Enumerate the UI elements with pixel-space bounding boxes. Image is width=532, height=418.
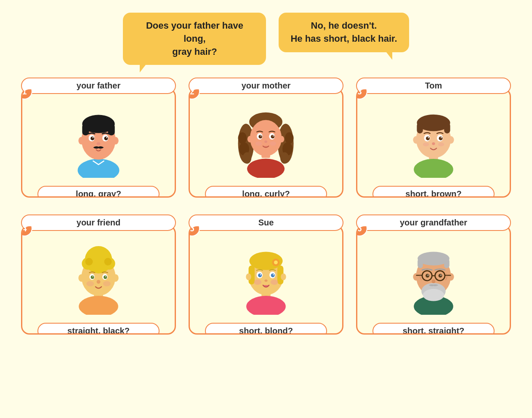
svg-point-84 xyxy=(274,260,278,264)
bubbles-row: Does your father have long,gray hair? No… xyxy=(13,8,519,65)
svg-point-91 xyxy=(260,274,261,276)
svg-point-92 xyxy=(273,274,274,276)
svg-point-54 xyxy=(438,142,444,146)
svg-point-36 xyxy=(255,141,262,145)
card-6-outer: your grandfather 6 xyxy=(356,214,511,341)
card-6-image xyxy=(357,226,510,323)
svg-point-63 xyxy=(93,248,103,258)
svg-point-94 xyxy=(254,279,261,285)
svg-point-19 xyxy=(243,152,252,163)
svg-point-7 xyxy=(112,137,118,145)
svg-point-111 xyxy=(426,274,429,278)
svg-point-112 xyxy=(439,274,442,278)
svg-point-10 xyxy=(90,137,94,140)
svg-rect-100 xyxy=(418,259,423,268)
svg-point-78 xyxy=(246,296,286,315)
card-1-outer: your father 1 xyxy=(21,78,176,204)
svg-rect-5 xyxy=(108,124,115,135)
svg-point-86 xyxy=(281,273,286,280)
svg-point-44 xyxy=(413,136,419,144)
card-3-label-top: Tom xyxy=(356,78,511,94)
svg-point-13 xyxy=(106,137,107,138)
card-1-image xyxy=(22,89,175,186)
svg-point-70 xyxy=(91,276,94,279)
card-2-outer: your mother 2 xyxy=(189,78,343,204)
card-1-label-top: your father xyxy=(21,78,176,94)
svg-rect-4 xyxy=(82,124,89,135)
svg-point-75 xyxy=(86,281,94,287)
card-5-label-bottom: short, blond? xyxy=(205,323,327,335)
question-bubble: Does your father have long,gray hair? xyxy=(123,13,266,65)
card-2: 2 xyxy=(189,88,343,198)
card-5-image xyxy=(190,226,342,323)
svg-point-14 xyxy=(97,142,101,145)
svg-point-66 xyxy=(78,274,84,282)
svg-point-11 xyxy=(104,137,108,140)
svg-point-12 xyxy=(93,137,94,138)
card-4: 4 xyxy=(21,225,176,335)
card-3-label-bottom: short, brown? xyxy=(372,186,495,198)
svg-point-34 xyxy=(273,135,274,137)
card-2-image xyxy=(190,89,342,186)
card-3-image xyxy=(357,89,510,186)
card-1-label-bottom: long, gray? xyxy=(37,186,160,198)
card-6-label-bottom: short, straight? xyxy=(372,323,495,335)
svg-point-37 xyxy=(270,141,276,145)
svg-point-67 xyxy=(112,274,118,282)
card-4-label-bottom: straight, black? xyxy=(37,323,160,335)
svg-point-28 xyxy=(279,136,285,142)
svg-point-104 xyxy=(413,273,419,281)
card-5: 5 xyxy=(189,225,343,335)
svg-point-27 xyxy=(247,136,253,142)
answer-text: No, he doesn't.He has short, black hair. xyxy=(290,20,397,44)
svg-point-48 xyxy=(426,137,430,140)
card-2-label-top: your mother xyxy=(189,78,343,94)
svg-point-89 xyxy=(258,273,262,277)
svg-point-26 xyxy=(250,120,282,156)
svg-point-115 xyxy=(432,279,436,283)
svg-point-93 xyxy=(264,279,267,281)
svg-point-39 xyxy=(414,159,453,178)
cards-grid: your father 1 xyxy=(13,78,519,341)
svg-point-35 xyxy=(265,140,268,143)
card-6-label-top: your grandfather xyxy=(356,214,511,231)
card-4-label-top: your friend xyxy=(21,214,176,231)
svg-point-85 xyxy=(246,273,251,280)
question-text: Does your father have long,gray hair? xyxy=(146,20,243,57)
answer-bubble: No, he doesn't.He has short, black hair. xyxy=(279,13,409,52)
svg-point-74 xyxy=(97,280,101,284)
svg-point-49 xyxy=(439,137,443,140)
card-3-outer: Tom 3 xyxy=(356,78,511,204)
svg-point-71 xyxy=(104,276,107,279)
svg-point-113 xyxy=(428,275,428,276)
svg-rect-43 xyxy=(444,123,450,133)
card-2-label-bottom: long, curly? xyxy=(205,186,327,198)
svg-point-51 xyxy=(441,137,442,138)
svg-point-114 xyxy=(440,275,441,276)
svg-point-64 xyxy=(85,258,93,265)
card-4-image xyxy=(22,226,175,323)
card-3: 3 xyxy=(356,88,511,198)
svg-point-105 xyxy=(448,273,454,281)
svg-point-1 xyxy=(78,159,120,178)
svg-point-6 xyxy=(78,137,84,145)
svg-point-32 xyxy=(271,135,275,139)
svg-point-103 xyxy=(423,289,444,301)
card-1: 1 xyxy=(21,88,176,198)
svg-point-56 xyxy=(79,296,118,315)
svg-point-45 xyxy=(448,136,454,144)
svg-point-73 xyxy=(105,276,106,277)
svg-point-50 xyxy=(428,137,429,138)
svg-point-76 xyxy=(103,281,111,287)
card-5-label-top: Sue xyxy=(189,214,343,231)
svg-point-25 xyxy=(247,158,285,177)
svg-point-17 xyxy=(238,132,247,144)
svg-point-31 xyxy=(259,135,263,139)
card-5-outer: Sue 5 xyxy=(189,214,343,341)
svg-point-90 xyxy=(271,273,275,277)
svg-point-95 xyxy=(271,279,278,285)
svg-point-53 xyxy=(423,142,429,146)
svg-rect-42 xyxy=(417,123,423,133)
svg-point-52 xyxy=(432,142,435,145)
card-4-outer: your friend 4 xyxy=(21,214,176,341)
